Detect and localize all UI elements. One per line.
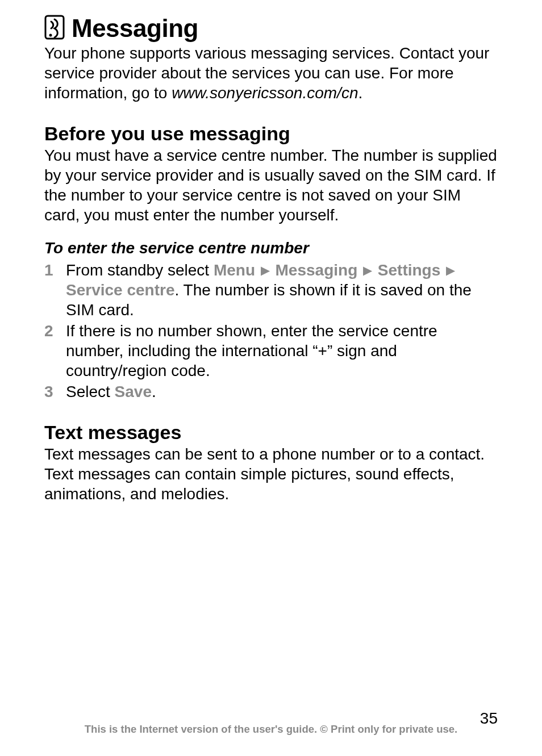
- svg-point-1: [49, 34, 52, 37]
- arrow-icon: ▶: [446, 263, 455, 278]
- arrow-icon: ▶: [261, 263, 270, 278]
- messaging-icon: [44, 15, 65, 42]
- section-body-text-messages: Text messages can be sent to a phone num…: [44, 444, 498, 504]
- intro-url: www.sonyericsson.com/cn: [172, 84, 358, 102]
- page-title-row: Messaging: [44, 15, 498, 42]
- step-text-suffix: .: [152, 383, 156, 400]
- step-text: If there is no number shown, enter the s…: [66, 322, 437, 379]
- menu-path-item: Service centre: [66, 281, 174, 299]
- menu-path-item: Menu: [214, 261, 255, 279]
- section-title-before: Before you use messaging: [44, 123, 498, 144]
- document-page: Messaging Your phone supports various me…: [0, 0, 542, 756]
- menu-path-item: Save: [115, 383, 152, 400]
- section-title-text-messages: Text messages: [44, 422, 498, 443]
- step-2: 2 If there is no number shown, enter the…: [44, 321, 498, 381]
- step-3: 3 Select Save.: [44, 382, 498, 402]
- step-text-prefix: Select: [66, 383, 115, 400]
- page-title: Messaging: [72, 15, 198, 41]
- page-content: Messaging Your phone supports various me…: [44, 15, 498, 756]
- intro-suffix: .: [358, 84, 362, 102]
- menu-path-item: Settings: [378, 261, 440, 279]
- step-number: 3: [44, 382, 60, 402]
- step-1: 1 From standby select Menu ▶ Messaging ▶…: [44, 260, 498, 320]
- steps-list: 1 From standby select Menu ▶ Messaging ▶…: [44, 260, 498, 402]
- arrow-icon: ▶: [363, 263, 372, 278]
- page-number: 35: [480, 709, 498, 728]
- step-number: 1: [44, 260, 60, 280]
- step-number: 2: [44, 321, 60, 341]
- footer-text: This is the Internet version of the user…: [0, 723, 542, 736]
- menu-path-item: Messaging: [276, 261, 358, 279]
- step-text-prefix: From standby select: [66, 261, 214, 279]
- section-body-before: You must have a service centre number. T…: [44, 145, 498, 225]
- subhead-service-centre: To enter the service centre number: [44, 239, 498, 258]
- intro-paragraph: Your phone supports various messaging se…: [44, 43, 498, 103]
- page-footer: 35 This is the Internet version of the u…: [0, 723, 542, 736]
